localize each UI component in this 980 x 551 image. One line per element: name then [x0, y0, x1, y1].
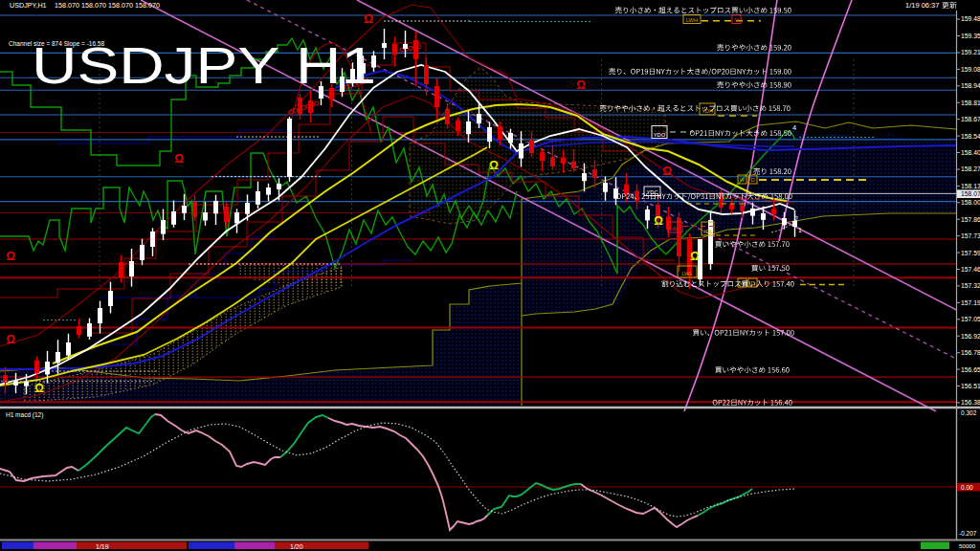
svg-text:156.920: 156.920	[961, 333, 980, 340]
svg-text:LWH: LWH	[669, 226, 680, 231]
svg-text:157.325: 157.325	[961, 282, 980, 289]
svg-text:158.000: 158.000	[961, 199, 980, 206]
svg-text:YDL: YDL	[702, 229, 714, 234]
svg-text:158.070: 158.070	[961, 190, 980, 197]
svg-text:H1 macd (12): H1 macd (12)	[6, 411, 43, 419]
svg-text:Channel size = 874 Slope = -16: Channel size = 874 Slope = -16.58	[9, 40, 104, 48]
svg-text:Ω: Ω	[6, 333, 15, 346]
svg-text:LWL: LWL	[681, 271, 693, 276]
svg-text:157.055: 157.055	[961, 316, 980, 322]
svg-text:Ω: Ω	[654, 214, 663, 228]
svg-text:4: 4	[792, 123, 796, 132]
svg-text:W: W	[740, 177, 746, 183]
svg-text:1: 1	[798, 227, 802, 233]
svg-text:158.405: 158.405	[961, 149, 980, 156]
svg-text:Ω: Ω	[364, 11, 373, 26]
svg-text:USDJPY,H1: USDJPY,H1	[10, 1, 47, 10]
svg-text:Ω: Ω	[576, 78, 586, 92]
svg-text:Ω: Ω	[489, 159, 499, 172]
svg-text:50000: 50000	[959, 542, 976, 549]
svg-text:157.730: 157.730	[961, 232, 980, 239]
svg-text:YDO: YDO	[654, 132, 666, 138]
svg-text:158.945: 158.945	[961, 82, 980, 89]
svg-text:-0.207: -0.207	[959, 530, 977, 537]
svg-text:158.540: 158.540	[961, 133, 980, 140]
svg-text:Ω: Ω	[662, 165, 672, 178]
svg-text:0.00: 0.00	[961, 484, 973, 491]
svg-text:0.302: 0.302	[961, 409, 977, 416]
svg-text:156.380: 156.380	[961, 399, 980, 406]
svg-text:1/20: 1/20	[290, 543, 303, 550]
svg-text:157.595: 157.595	[961, 250, 980, 256]
svg-text:M: M	[734, 17, 739, 23]
svg-text:158.070 158.070 158.070 158.07: 158.070 158.070 158.070 158.070	[55, 1, 160, 10]
svg-text:D: D	[750, 177, 754, 183]
svg-text:1/19: 1/19	[96, 543, 109, 550]
svg-text:157.460: 157.460	[961, 266, 980, 273]
svg-text:Ω: Ω	[174, 152, 184, 165]
svg-text:159.350: 159.350	[961, 33, 980, 39]
svg-text:158.270: 158.270	[961, 165, 980, 172]
svg-text:159.215: 159.215	[961, 49, 980, 55]
svg-text:157.190: 157.190	[961, 299, 980, 306]
svg-text:159.080: 159.080	[961, 66, 980, 73]
svg-text:158.135: 158.135	[961, 183, 980, 189]
svg-text:Ω: Ω	[690, 250, 700, 263]
svg-text:Ω: Ω	[34, 382, 44, 395]
svg-text:D: D	[750, 280, 754, 286]
svg-text:158.810: 158.810	[961, 99, 980, 106]
svg-text:157.865: 157.865	[961, 216, 980, 223]
svg-text:156.650: 156.650	[961, 366, 980, 373]
svg-text:1/19 06:37: 1/19 06:37	[905, 1, 939, 10]
svg-text:156.785: 156.785	[961, 349, 980, 356]
svg-text:LWH: LWH	[686, 17, 698, 23]
svg-text:156.515: 156.515	[961, 383, 980, 389]
svg-text:Ω: Ω	[6, 250, 15, 263]
svg-text:159.485: 159.485	[961, 15, 980, 22]
svg-text:158.675: 158.675	[961, 116, 980, 122]
